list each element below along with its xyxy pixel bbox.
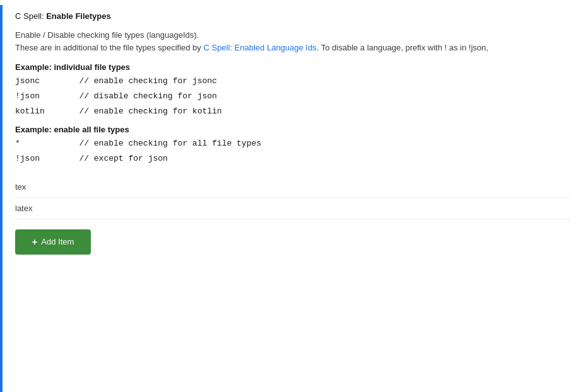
desc-line2-suffix: . To disable a language, prefix with ! a…: [317, 43, 488, 52]
example1-section: Example: individual file types jsonc // …: [15, 62, 570, 118]
title-prefix: C Spell:: [15, 11, 46, 21]
desc-line2-prefix: These are in additional to the file type…: [15, 43, 203, 52]
code-line-2: !json // disable checking for json: [15, 89, 570, 103]
example2-heading: Example: enable all file types: [15, 125, 570, 134]
code-line-5: !json // except for json: [15, 152, 570, 166]
item-value-latex: latex: [15, 201, 32, 216]
title-bold: Enable Filetypes: [46, 11, 111, 21]
list-item: latex: [15, 198, 570, 219]
plus-icon: +: [32, 236, 38, 247]
add-item-label: Add Item: [41, 237, 74, 246]
code-line-1: jsonc // enable checking for jsonc: [15, 74, 570, 88]
items-list: tex latex: [15, 176, 570, 219]
settings-panel: C Spell: Enable Filetypes Enable / Disab…: [0, 0, 583, 392]
example1-heading: Example: individual file types: [15, 62, 570, 72]
code-line-4: * // enable checking for all file types: [15, 137, 570, 151]
example2-section: Example: enable all file types * // enab…: [15, 125, 570, 166]
add-item-button[interactable]: + Add Item: [15, 229, 91, 255]
item-value-tex: tex: [15, 180, 26, 194]
description-block: Enable / Disable checking file types (la…: [15, 29, 570, 55]
code-line-3: kotlin // enable checking for kotlin: [15, 105, 570, 118]
desc-line1: Enable / Disable checking file types (la…: [15, 30, 199, 40]
setting-title: C Spell: Enable Filetypes: [15, 10, 570, 23]
desc-link[interactable]: C Spell: Enabled Language Ids: [203, 43, 316, 52]
content-area: C Spell: Enable Filetypes Enable / Disab…: [3, 0, 583, 392]
list-item: tex: [15, 176, 570, 198]
